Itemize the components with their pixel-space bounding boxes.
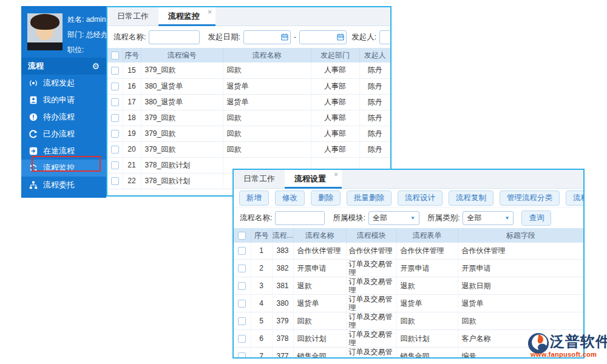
delete-button[interactable]: 删除: [311, 190, 341, 206]
table-cell: 陈丹: [359, 110, 390, 126]
row-checkbox[interactable]: [111, 146, 119, 153]
table-cell: 人事部: [311, 62, 359, 78]
tab-process-settings[interactable]: 流程设置×: [285, 170, 342, 188]
table-row[interactable]: 19379_回款回款人事部陈丹: [107, 126, 390, 141]
sidebar-item-process-delegate[interactable]: 流程委托: [21, 177, 106, 194]
table-cell: 18: [123, 110, 141, 126]
table-cell: 380_退货单: [141, 94, 223, 110]
sidebar-item-process-monitor[interactable]: 流程监控: [21, 160, 106, 177]
process-name-input[interactable]: [275, 211, 325, 225]
settings-tabbar: 日常工作流程设置×: [234, 170, 583, 189]
process-design-button[interactable]: 流程设计: [398, 190, 443, 206]
table-cell: 5: [251, 312, 272, 329]
table-row[interactable]: 16380_退货单退货单人事部陈丹: [107, 78, 390, 94]
fanpu-logo: 泛普软件 www.fanpusoft.com: [527, 332, 607, 361]
process-timeout-alert-button[interactable]: 流程超时提示: [566, 190, 585, 206]
table-row[interactable]: 1383合作伙伴管理合作伙伴管理合作伙伴管理合作伙伴管理: [234, 243, 583, 259]
table-cell: 16: [123, 78, 141, 94]
initiator-input[interactable]: [379, 30, 392, 44]
table-row[interactable]: 5379回款订单及交易管理回款回款: [234, 312, 583, 329]
chevron-down-icon: ▼: [410, 215, 415, 221]
table-cell: 合作伙伴管理: [293, 243, 346, 259]
row-checkbox[interactable]: [111, 161, 119, 169]
row-checkbox[interactable]: [111, 114, 119, 122]
table-cell: 开票申请: [293, 259, 346, 277]
row-checkbox[interactable]: [111, 130, 119, 138]
table-row[interactable]: 2382开票申请订单及交易管理开票申请开票申请: [234, 259, 583, 277]
table-cell: 人事部: [311, 78, 359, 94]
close-icon[interactable]: ×: [208, 8, 212, 16]
sidebar-item-process-initiate[interactable]: 流程发起: [21, 75, 106, 92]
checkbox-cell: [107, 157, 123, 173]
sidebar-item-pending-processes[interactable]: 待办流程: [21, 109, 106, 126]
tab-daily-work[interactable]: 日常工作: [234, 170, 285, 188]
table-cell: 订单及交易管理: [346, 277, 396, 294]
row-checkbox[interactable]: [238, 335, 246, 343]
table-cell: 陈丹: [359, 126, 390, 141]
sidebar-item-my-applications[interactable]: 我的申请: [21, 92, 106, 109]
row-checkbox[interactable]: [111, 67, 119, 75]
add-button[interactable]: 新增: [239, 190, 269, 206]
table-cell: 开票申请: [396, 259, 458, 277]
table-row[interactable]: 15379_回款回款人事部陈丹: [107, 62, 390, 78]
table-cell: 人事部: [311, 110, 359, 126]
date-to-input[interactable]: [299, 30, 347, 44]
row-checkbox[interactable]: [238, 352, 246, 359]
modify-button[interactable]: 修改: [275, 190, 305, 206]
table-row[interactable]: 18379_回款回款人事部陈丹: [107, 110, 390, 126]
table-cell: 退货单: [223, 94, 311, 110]
date-from-input[interactable]: [243, 30, 291, 44]
process-copy-button[interactable]: 流程复制: [449, 190, 493, 206]
row-checkbox[interactable]: [238, 265, 246, 272]
manage-process-category-button[interactable]: 管理流程分类: [500, 190, 560, 206]
table-row[interactable]: 20379_回款回款人事部陈丹: [107, 141, 390, 157]
table-cell: 380_退货单: [141, 78, 223, 94]
select-all-checkbox[interactable]: [238, 232, 246, 240]
start-date-label: 发起日期:: [208, 32, 240, 42]
tab-process-monitor[interactable]: 流程监控×: [158, 7, 215, 25]
settings-toolbar: 新增修改删除批量删除流程设计流程复制管理流程分类流程超时提示: [234, 189, 583, 207]
sidebar-item-label: 流程发起: [43, 78, 75, 89]
gear-icon[interactable]: ⚙: [92, 61, 100, 71]
select-all-checkbox[interactable]: [111, 52, 119, 59]
sidebar-item-label: 我的申请: [43, 95, 75, 106]
table-row[interactable]: 17380_退货单退货单人事部陈丹: [107, 94, 390, 110]
row-checkbox[interactable]: [111, 177, 119, 185]
profile-department: 部门: 总经办: [67, 27, 108, 42]
table-cell: 383: [272, 243, 293, 259]
category-label: 所属类别:: [427, 213, 459, 223]
module-select[interactable]: 全部 ▼: [368, 211, 419, 225]
row-checkbox[interactable]: [238, 317, 246, 325]
table-cell: 379: [272, 312, 293, 329]
table-cell: 退货单: [223, 78, 311, 94]
sidebar-menu: 流程发起我的申请待办流程已办流程在途流程流程监控流程委托: [21, 75, 106, 194]
table-cell: 订单及交易管理: [346, 312, 396, 329]
table-cell: 回款: [223, 62, 311, 78]
batch-delete-button[interactable]: 批量删除: [347, 190, 392, 206]
table-cell: 回款: [293, 312, 346, 329]
sidebar-section-header: 流程 ⚙: [21, 58, 106, 75]
sidebar-item-completed-processes[interactable]: 已办流程: [21, 126, 106, 143]
row-checkbox[interactable]: [111, 83, 119, 90]
row-checkbox[interactable]: [238, 247, 246, 255]
checkbox-cell: [234, 294, 251, 312]
table-cell: 订单及交易管理: [346, 329, 396, 347]
table-cell: 17: [123, 94, 141, 110]
category-select[interactable]: 全部 ▼: [463, 211, 514, 225]
tab-label: 日常工作: [243, 174, 275, 183]
table-cell: 陈丹: [359, 94, 390, 110]
row-checkbox[interactable]: [238, 300, 246, 308]
row-checkbox[interactable]: [111, 98, 119, 106]
process-settings-window: 日常工作流程设置× 新增修改删除批量删除流程设计流程复制管理流程分类流程超时提示…: [232, 169, 585, 359]
process-name-input[interactable]: [149, 30, 200, 44]
close-icon[interactable]: ×: [334, 171, 338, 179]
table-row[interactable]: 3381退款订单及交易管理退款退款日期: [234, 277, 583, 294]
table-cell: 379_回款: [141, 126, 223, 141]
table-row[interactable]: 4380退货单订单及交易管理退货单退货单: [234, 294, 583, 312]
table-cell: 退款日期: [458, 277, 583, 294]
row-checkbox[interactable]: [238, 282, 246, 290]
table-cell: 合作伙伴管理: [396, 243, 458, 259]
sidebar-item-in-transit-processes[interactable]: 在途流程: [21, 143, 106, 160]
search-button[interactable]: 查询: [521, 211, 551, 226]
tab-daily-work[interactable]: 日常工作: [107, 7, 158, 25]
